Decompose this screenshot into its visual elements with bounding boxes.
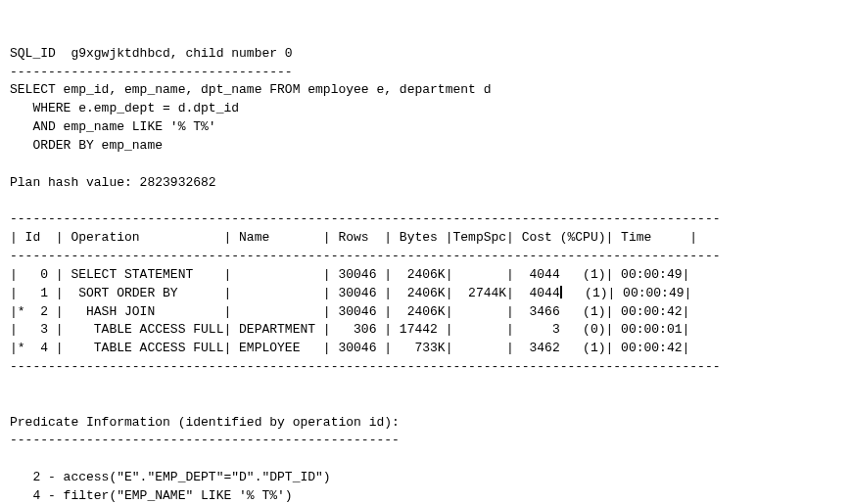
predicate-title: Predicate Information (identified by ope… xyxy=(10,415,400,430)
plan-row-0: | 0 | SELECT STATEMENT | | 30046 | 2406K… xyxy=(10,267,689,282)
table-border: ----------------------------------------… xyxy=(10,211,721,226)
predicate-line-4: 4 - filter("EMP_NAME" LIKE '% T%') xyxy=(10,488,293,503)
sql-id-line: SQL_ID g9xgwjktdhbcd, child number 0 xyxy=(10,46,293,61)
sql-text-line-4: ORDER BY emp_name xyxy=(10,138,163,153)
sql-text-line-3: AND emp_name LIKE '% T%' xyxy=(10,119,216,134)
predicate-line-2: 2 - access("E"."EMP_DEPT"="D"."DPT_ID") xyxy=(10,470,331,484)
plan-row-1: | 1 | SORT ORDER BY | | 30046 | 2406K| 2… xyxy=(10,286,560,300)
table-border: ----------------------------------------… xyxy=(10,359,721,374)
plan-row-4: |* 4 | TABLE ACCESS FULL| EMPLOYEE | 300… xyxy=(10,341,689,355)
sql-text-line-2: WHERE e.emp_dept = d.dpt_id xyxy=(10,101,239,115)
plan-row-2: |* 2 | HASH JOIN | | 30046 | 2406K| | 34… xyxy=(10,304,689,319)
table-header-row: | Id | Operation | Name | Rows | Bytes |… xyxy=(10,230,697,245)
table-border: ----------------------------------------… xyxy=(10,249,721,263)
plan-hash-value: Plan hash value: 2823932682 xyxy=(10,175,216,190)
sql-text-line-1: SELECT emp_id, emp_name, dpt_name FROM e… xyxy=(10,82,491,97)
separator: ----------------------------------------… xyxy=(10,433,400,447)
separator: ------------------------------------- xyxy=(10,65,293,79)
plan-row-1-tail: (1)| 00:00:49| xyxy=(562,286,692,300)
plan-row-3: | 3 | TABLE ACCESS FULL| DEPARTMENT | 30… xyxy=(10,322,689,337)
